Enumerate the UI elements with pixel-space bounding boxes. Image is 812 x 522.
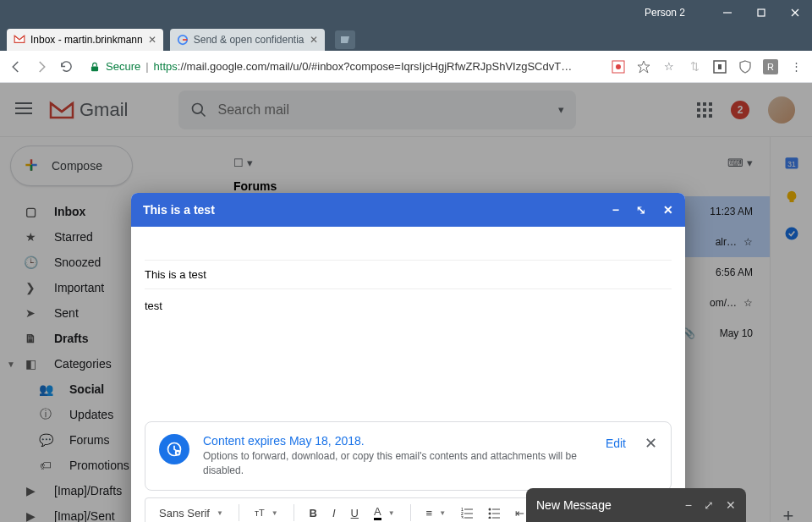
gmail-favicon xyxy=(14,34,25,46)
window-maximize-button[interactable] xyxy=(744,0,778,25)
compose-title-text: This is a test xyxy=(143,203,215,217)
browser-tabstrip: Inbox - martin.brinkmann ✕ Send & open c… xyxy=(0,25,812,51)
tab-inbox[interactable]: Inbox - martin.brinkmann ✕ xyxy=(7,29,163,51)
reload-button[interactable] xyxy=(59,59,74,74)
extension-icon-2[interactable] xyxy=(636,59,651,74)
add-addon-button[interactable]: + xyxy=(783,505,800,522)
people-icon: 👥 xyxy=(37,382,54,396)
underline-button[interactable]: U xyxy=(346,503,364,523)
close-icon[interactable]: ✕ xyxy=(663,203,673,217)
clock-icon: 🕒 xyxy=(22,256,39,269)
star-icon: ★ xyxy=(22,230,39,244)
calendar-icon[interactable]: 31 xyxy=(783,154,800,171)
minimized-compose[interactable]: New Message − ⤢ ✕ xyxy=(526,488,746,522)
compose-titlebar[interactable]: This is a test − ⤡ ✕ xyxy=(131,193,685,227)
shield-icon[interactable] xyxy=(738,59,753,74)
svg-point-21 xyxy=(785,228,798,240)
mini-compose-title: New Message xyxy=(536,498,612,512)
minimize-icon[interactable]: − xyxy=(685,498,692,512)
forward-button[interactable] xyxy=(34,59,49,74)
window-minimize-button[interactable] xyxy=(710,0,744,25)
window-titlebar: Person 2 xyxy=(0,0,812,25)
tasks-icon[interactable] xyxy=(783,225,800,242)
keep-icon[interactable] xyxy=(783,190,800,206)
label-icon: ▶ xyxy=(22,509,39,522)
svg-rect-24 xyxy=(177,453,179,454)
svg-point-33 xyxy=(489,513,491,515)
account-avatar[interactable] xyxy=(768,96,795,124)
bold-button[interactable]: B xyxy=(304,503,322,523)
chevron-down-icon[interactable]: ▾ xyxy=(558,103,564,116)
svg-point-7 xyxy=(616,64,621,69)
new-tab-button[interactable] xyxy=(335,30,355,49)
confidential-description: Options to forward, download, or copy th… xyxy=(203,449,592,478)
close-icon[interactable]: ✕ xyxy=(645,434,657,453)
recipients-field[interactable] xyxy=(145,235,672,261)
svg-line-14 xyxy=(201,112,206,116)
compose-label: Compose xyxy=(52,159,102,173)
confidential-edit-button[interactable]: Edit xyxy=(606,437,626,450)
minimize-icon[interactable]: − xyxy=(612,203,619,217)
browser-address-bar: Secure | https ://mail.google.com/mail/u… xyxy=(0,51,812,83)
forum-icon: 💬 xyxy=(37,433,54,447)
font-size-selector[interactable]: тT ▼ xyxy=(250,504,283,521)
gmail-logo[interactable]: Gmail xyxy=(49,99,128,121)
browser-menu-button[interactable]: ⋮ xyxy=(788,59,804,74)
font-family-selector[interactable]: Sans Serif▼ xyxy=(154,503,228,523)
close-icon[interactable]: ✕ xyxy=(148,34,156,46)
close-icon[interactable]: ✕ xyxy=(310,34,318,46)
confidential-headline: Content expires May 18, 2018. xyxy=(203,434,592,448)
confidential-mode-box: Content expires May 18, 2018. Options to… xyxy=(145,421,672,491)
svg-rect-9 xyxy=(718,64,721,69)
main-menu-button[interactable] xyxy=(15,102,32,118)
search-input[interactable] xyxy=(217,102,558,118)
text-color-button[interactable]: A ▼ xyxy=(369,502,400,522)
extension-icon-3[interactable]: ⇅ xyxy=(687,59,702,74)
svg-rect-1 xyxy=(758,9,765,16)
confidential-icon xyxy=(159,434,189,464)
svg-point-35 xyxy=(489,517,491,519)
window-close-button[interactable] xyxy=(778,0,812,25)
category-icon: ◧ xyxy=(22,357,39,371)
compose-window: This is a test − ⤡ ✕ This is a test test… xyxy=(131,193,685,522)
bullet-list-button[interactable] xyxy=(483,503,505,522)
info-icon: ⓘ xyxy=(37,407,54,422)
expand-icon[interactable]: ⤢ xyxy=(704,498,714,512)
category-forums-tab[interactable]: Forums xyxy=(217,179,770,193)
extension-icon-4[interactable] xyxy=(712,59,727,74)
important-icon: ❯ xyxy=(22,281,39,294)
search-box[interactable]: ▾ xyxy=(178,91,576,129)
close-icon[interactable]: ✕ xyxy=(726,498,736,512)
url-box[interactable]: Secure | https ://mail.google.com/mail/u… xyxy=(84,55,601,79)
plus-icon xyxy=(23,157,40,176)
shrink-icon[interactable]: ⤡ xyxy=(636,203,646,217)
star-icon[interactable]: ☆ xyxy=(661,59,677,74)
back-button[interactable] xyxy=(8,59,24,74)
italic-button[interactable]: I xyxy=(327,503,341,523)
svg-point-31 xyxy=(489,508,491,511)
svg-point-13 xyxy=(193,103,203,113)
numbered-list-button[interactable]: 123 xyxy=(456,503,478,522)
url-rest: ://mail.google.com/mail/u/0/#inbox?compo… xyxy=(178,60,572,73)
gmail-app: Gmail ▾ 2 Compose ▢Inbox ★Starred 🕒Snooz… xyxy=(0,83,812,522)
google-favicon xyxy=(177,34,189,46)
notifications-badge[interactable]: 2 xyxy=(731,101,749,119)
select-checkbox[interactable]: ☐ ▾ xyxy=(233,157,253,169)
profile-label: Person 2 xyxy=(645,7,685,19)
subject-field[interactable]: This is a test xyxy=(145,261,672,289)
input-tools-button[interactable]: ⌨ ▾ xyxy=(727,157,753,169)
sent-icon: ➤ xyxy=(22,306,39,320)
tab-confidential-help[interactable]: Send & open confidentia ✕ xyxy=(170,29,325,51)
tab-title: Send & open confidentia xyxy=(194,34,304,46)
label-icon: ▶ xyxy=(22,484,39,497)
star-icon[interactable]: ☆ xyxy=(743,297,753,309)
extension-icon-1[interactable] xyxy=(611,59,626,74)
compose-button[interactable]: Compose xyxy=(10,146,133,186)
inbox-icon: ▢ xyxy=(22,205,39,218)
message-body[interactable]: test xyxy=(145,289,672,421)
google-apps-button[interactable] xyxy=(697,102,712,118)
align-button[interactable]: ≡ ▼ xyxy=(421,503,452,523)
extension-letter-r[interactable]: R xyxy=(763,59,778,74)
secure-label: Secure xyxy=(106,60,140,73)
star-icon[interactable]: ☆ xyxy=(743,236,753,248)
